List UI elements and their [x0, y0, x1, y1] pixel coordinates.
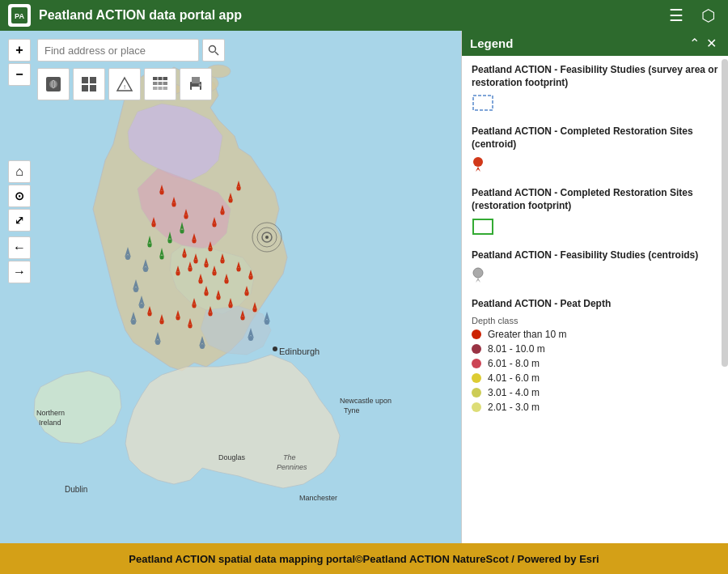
locate-button[interactable]: ⊙	[8, 185, 31, 207]
depth-dot-2	[472, 359, 481, 368]
legend-depth-class-label: Depth class	[472, 316, 718, 325]
svg-text:Douglas: Douglas	[218, 453, 246, 461]
svg-text:Dublin: Dublin	[65, 485, 87, 494]
search-input[interactable]	[37, 39, 199, 62]
forward-button[interactable]: →	[8, 261, 31, 283]
legend-item-feasibility-area	[472, 94, 718, 114]
depth-dot-4	[472, 388, 481, 398]
legend-item-restoration-centroid	[472, 155, 718, 176]
legend-depth-item-4: 3.01 - 4.0 m	[472, 387, 718, 398]
layers-button[interactable]: ⬡	[696, 4, 720, 27]
feasibility-area-symbol	[472, 94, 494, 114]
depth-dot-5	[472, 402, 481, 412]
svg-rect-14	[153, 82, 167, 85]
legend-title: Legend	[470, 36, 686, 50]
search-button[interactable]	[202, 39, 225, 62]
depth-dot-1	[472, 344, 481, 354]
grid-button[interactable]	[73, 68, 105, 100]
map-tools-bar: !	[37, 68, 212, 100]
menu-button[interactable]: ☰	[664, 4, 688, 27]
legend-panel: Legend ⌃ ✕ Peatland ACTION - Feasibility…	[461, 31, 728, 543]
legend-section-restoration-centroid: Peatland ACTION - Completed Restoration …	[472, 125, 718, 176]
svg-point-5	[49, 80, 57, 88]
svg-text:The: The	[283, 453, 296, 461]
restoration-footprint-symbol	[472, 218, 494, 238]
svg-text:Pennines: Pennines	[277, 463, 307, 471]
depth-label-3: 4.01 - 6.0 m	[488, 372, 540, 384]
svg-rect-10	[90, 85, 96, 91]
svg-text:Manchester: Manchester	[299, 494, 337, 502]
legend-section-feasibility-area: Peatland ACTION - Feasibility Studies (s…	[472, 64, 718, 114]
legend-section-peat-depth: Peatland ACTION - Peat Depth Depth class…	[472, 298, 718, 413]
svg-rect-13	[153, 77, 167, 80]
restoration-centroid-symbol	[472, 155, 485, 176]
legend-peat-depth-title: Peatland ACTION - Peat Depth	[472, 298, 718, 311]
app-header: PA Peatland ACTION data portal app ☰ ⬡	[0, 0, 728, 31]
svg-point-76	[265, 236, 269, 239]
depth-label-0: Greater than 10 m	[488, 329, 566, 340]
depth-label-2: 6.01 - 8.0 m	[488, 358, 540, 369]
svg-point-89	[473, 157, 483, 167]
svg-rect-90	[473, 219, 493, 234]
zoom-out-button[interactable]: −	[8, 63, 31, 86]
legend-section-restoration-footprint: Peatland ACTION - Completed Restoration …	[472, 187, 718, 237]
svg-text:Tyne: Tyne	[344, 406, 360, 415]
map-container: ! + − ⌂ ⊙	[0, 31, 728, 543]
legend-item-feasibility-centroid	[472, 266, 718, 287]
svg-rect-88	[473, 96, 493, 110]
svg-point-2	[210, 46, 216, 53]
svg-rect-19	[192, 77, 200, 83]
svg-rect-7	[82, 77, 88, 83]
home-button[interactable]: ⌂	[8, 160, 31, 183]
depth-dot-0	[472, 330, 481, 339]
map-view[interactable]: Edinburgh Newcastle upon Tyne Northern I…	[0, 31, 453, 543]
app-title: Peatland ACTION data portal app	[39, 8, 656, 23]
depth-label-1: 8.01 - 10.0 m	[488, 343, 545, 355]
svg-text:PA: PA	[15, 12, 24, 20]
table-button[interactable]	[144, 68, 176, 100]
feasibility-centroid-symbol	[472, 266, 485, 287]
legend-depth-item-3: 4.01 - 6.0 m	[472, 372, 718, 384]
svg-rect-9	[82, 85, 88, 91]
legend-depth-item-0: Greater than 10 m	[472, 329, 718, 340]
legend-section-title: Peatland ACTION - Completed Restoration …	[472, 125, 718, 151]
app-footer: Peatland ACTION spatial data mapping por…	[0, 543, 728, 574]
svg-rect-20	[192, 87, 200, 91]
svg-rect-8	[90, 77, 96, 83]
legend-scrollbar[interactable]	[722, 59, 728, 367]
svg-point-21	[199, 84, 201, 87]
legend-item-restoration-footprint	[472, 218, 718, 238]
search-bar	[37, 39, 225, 62]
app-logo: PA	[8, 4, 31, 27]
legend-section-title: Peatland ACTION - Completed Restoration …	[472, 187, 718, 212]
footer-text: Peatland ACTION spatial data mapping por…	[129, 553, 599, 565]
legend-depth-item-2: 6.01 - 8.0 m	[472, 358, 718, 369]
side-nav: + − ⌂ ⊙ ⤢ ← →	[8, 39, 31, 283]
legend-section-title: Peatland ACTION - Feasibility Studies (c…	[472, 249, 718, 262]
legend-close-button[interactable]: ✕	[703, 36, 720, 51]
zoom-in-button[interactable]: +	[8, 39, 31, 62]
legend-header: Legend ⌃ ✕	[462, 31, 728, 56]
legend-collapse-button[interactable]: ⌃	[686, 36, 703, 51]
legend-depth-item-1: 8.01 - 10.0 m	[472, 343, 718, 355]
basemap-button[interactable]	[37, 68, 70, 100]
print-button[interactable]	[180, 68, 212, 100]
legend-section-title: Peatland ACTION - Feasibility Studies (s…	[472, 64, 718, 89]
legend-body: Peatland ACTION - Feasibility Studies (s…	[462, 56, 728, 432]
legend-section-feasibility-centroids: Peatland ACTION - Feasibility Studies (c…	[472, 249, 718, 287]
extent-button[interactable]: ⤢	[8, 209, 31, 232]
svg-text:Edinburgh: Edinburgh	[279, 347, 320, 356]
svg-point-87	[273, 347, 277, 351]
depth-dot-3	[472, 373, 481, 383]
svg-text:Ireland: Ireland	[39, 419, 61, 427]
depth-label-5: 2.01 - 3.0 m	[488, 402, 540, 413]
svg-point-91	[473, 268, 483, 278]
measure-button[interactable]: !	[108, 68, 141, 100]
legend-depth-item-5: 2.01 - 3.0 m	[472, 402, 718, 413]
svg-text:Newcastle upon: Newcastle upon	[340, 397, 392, 405]
svg-text:!: !	[124, 83, 125, 91]
back-button[interactable]: ←	[8, 236, 31, 259]
svg-rect-15	[153, 87, 167, 90]
depth-label-4: 3.01 - 4.0 m	[488, 387, 540, 398]
svg-line-3	[215, 52, 218, 55]
